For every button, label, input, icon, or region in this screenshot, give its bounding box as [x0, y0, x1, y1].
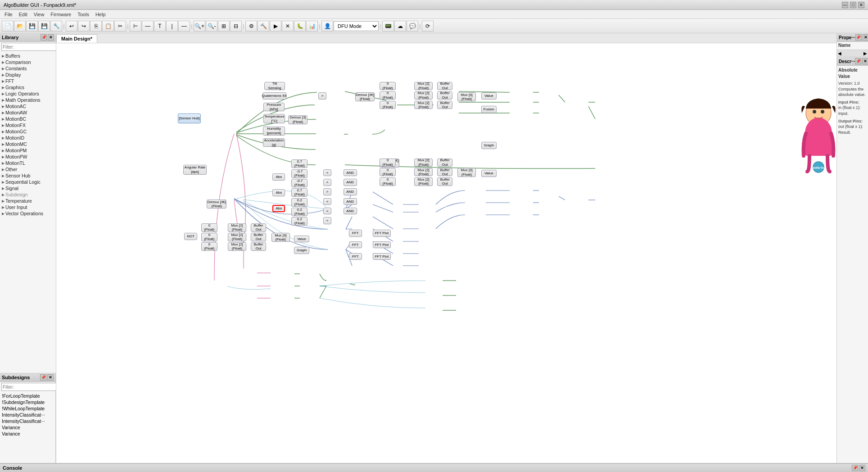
tree-group-motiongc[interactable]: ▶ MotionGC [0, 128, 56, 135]
node-fft_plot1[interactable]: FFT Plot [373, 230, 391, 237]
zoom-reset-btn[interactable]: ⊟ [230, 21, 242, 32]
align-center-btn[interactable]: — [142, 21, 154, 32]
node-f0_m2[interactable]: 0(Float) [380, 168, 396, 177]
tree-group-motionaw[interactable]: ▶ MotionAW [0, 109, 56, 116]
right-collapse-left[interactable]: ◀ [838, 51, 841, 56]
node-f07a[interactable]: 0.7(Float) [291, 159, 307, 168]
node-and3[interactable]: AND [344, 188, 357, 195]
subdesign-item-4[interactable]: IntensityClassificat··· [0, 412, 55, 418]
subdesign-item-2[interactable]: !SubdesignTemplate [0, 399, 55, 405]
node-mux_b3[interactable]: Mux [2](Float) [228, 242, 246, 251]
console-pin-btn[interactable]: 📌 [852, 465, 858, 471]
node-buf_m3[interactable]: BufferOut [437, 177, 452, 186]
node-mux_m1[interactable]: Mux [2](Float) [414, 159, 433, 167]
node-lt4[interactable]: < [323, 208, 331, 215]
library-close-btn[interactable]: ✕ [48, 34, 54, 41]
build-btn[interactable]: 🔨 [258, 21, 269, 32]
save-as-btn[interactable]: 💾 [38, 21, 50, 32]
node-buf_m1[interactable]: BufferOut [437, 159, 452, 167]
node-buf_t3[interactable]: BufferOut [437, 101, 452, 109]
node-fft3[interactable]: FFT [349, 253, 362, 260]
node-tilt[interactable]: TiltSensing [264, 82, 285, 91]
node-buf_t1[interactable]: BufferOut [437, 82, 452, 91]
node-abs1[interactable]: Abs [272, 173, 285, 181]
dfu-mode-select[interactable]: DFU Mode Normal Mode [334, 21, 379, 31]
node-mux_m3[interactable]: Mux [2](Float) [414, 177, 433, 186]
right-collapse-right[interactable]: ▶ [863, 51, 867, 56]
subdesign-item-6[interactable]: Variance [0, 424, 55, 431]
node-f02a[interactable]: 0.2(Float) [291, 198, 307, 207]
node-f0_b2[interactable]: 0(Float) [201, 233, 217, 241]
node-fft_plot3[interactable]: FFT Plot [373, 253, 391, 260]
node-mux_b2[interactable]: Mux [2](Float) [228, 233, 246, 241]
menu-view[interactable]: View [31, 11, 47, 18]
desc-close-btn[interactable]: ✕ [862, 58, 868, 64]
new-btn[interactable]: 📄 [2, 21, 14, 32]
node-mux3_m[interactable]: Mux [3](Float) [457, 168, 476, 177]
save-btn[interactable]: 💾 [26, 21, 38, 32]
node-humidity[interactable]: Humidity[percent] [263, 127, 285, 136]
menu-tools[interactable]: Tools [75, 11, 92, 18]
cloud-btn[interactable]: ☁ [394, 21, 406, 32]
node-fft2[interactable]: FFT [349, 241, 362, 249]
tree-group-motionbc[interactable]: ▶ MotionBC [0, 116, 56, 122]
tree-group-buffers[interactable]: ▶ Buffers [0, 53, 56, 59]
tree-group-motionpw[interactable]: ▶ MotionPW [0, 154, 56, 160]
minimize-btn[interactable]: — [842, 2, 848, 8]
node-graph_b[interactable]: Graph [294, 247, 309, 254]
subdesign-item-5[interactable]: IntensityClassificat··· [0, 418, 55, 424]
tree-group-motionfx[interactable]: ▶ MotionFX [0, 122, 56, 128]
node-demux_top[interactable]: Demux [3€](Float) [355, 92, 375, 101]
node-f0_m3[interactable]: 0(Float) [380, 177, 396, 186]
tree-group-fft[interactable]: ▶ FFT [0, 78, 56, 84]
open-btn[interactable]: 📂 [14, 21, 26, 32]
node-f07d[interactable]: 0.7(Float) [291, 188, 307, 197]
maximize-btn[interactable]: □ [850, 2, 856, 8]
node-demux_t[interactable]: Demux [3](Float) [288, 115, 307, 124]
node-f0_t2[interactable]: 0(Float) [380, 91, 396, 100]
msg-btn[interactable]: 💬 [407, 21, 418, 32]
node-mux_b1[interactable]: Mux [2](Float) [228, 223, 246, 232]
node-angular_rate[interactable]: Angular Rate[dps] [183, 165, 206, 175]
align-left-btn[interactable]: ⊢ [130, 21, 141, 32]
node-f0_t1[interactable]: 0(Float) [380, 82, 396, 91]
node-f02c[interactable]: 0.2(Float) [291, 217, 307, 226]
zoom-fit-btn[interactable]: ⊞ [218, 21, 230, 32]
dash-btn[interactable]: — [178, 21, 190, 32]
node-f0_t3[interactable]: 0(Float) [380, 101, 396, 109]
node-acceleration[interactable]: Acceleration[g] [263, 138, 285, 147]
node-abs2[interactable]: Abs [272, 189, 285, 196]
node-and2[interactable]: AND [344, 179, 357, 186]
menu-firmware[interactable]: Firmware [48, 11, 74, 18]
node-and5[interactable]: AND [344, 208, 357, 215]
node-mux3_b[interactable]: Mux [3](Float) [271, 233, 290, 242]
node-lt1[interactable]: < [323, 169, 331, 177]
node-fft1[interactable]: FFT [349, 230, 362, 237]
node-quaternions[interactable]: Quaternions 9X [262, 92, 286, 100]
tree-group-other[interactable]: ▶ Other [0, 166, 56, 172]
node-fusion[interactable]: Fusion [481, 106, 497, 113]
node-value_t[interactable]: Value [481, 92, 497, 100]
node-f0_b3[interactable]: 0(Float) [201, 242, 217, 251]
tree-group-sequential[interactable]: ▶ Sequential Logic [0, 179, 56, 185]
node-graph_top[interactable]: Graph [481, 142, 497, 149]
tree-group-vector[interactable]: ▶ Vector Operations [0, 210, 56, 217]
copy-btn[interactable]: ⎘ [90, 21, 102, 32]
node-and4[interactable]: AND [344, 198, 357, 205]
tree-group-comparison[interactable]: ▶ Comparison [0, 59, 56, 65]
line-btn[interactable]: | [166, 21, 178, 32]
stop-btn[interactable]: ✕ [282, 21, 294, 32]
tree-group-sensorhub[interactable]: ▶ Sensor Hub [0, 172, 56, 179]
library-pin-btn[interactable]: 📌 [41, 34, 47, 41]
tree-group-graphics[interactable]: ▶ Graphics [0, 84, 56, 91]
subdesigns-pin-btn[interactable]: 📌 [40, 374, 46, 381]
subdesign-item-1[interactable]: !ForLoopTemplate [0, 393, 55, 399]
tree-group-motionid[interactable]: ▶ MotionID [0, 135, 56, 141]
node-f02b[interactable]: 0.2(Float) [291, 208, 307, 216]
props-close-btn[interactable]: ✕ [863, 34, 868, 41]
menu-help[interactable]: Help [93, 11, 108, 18]
node-fn07b[interactable]: -0.7(Float) [291, 169, 307, 178]
node-temperature[interactable]: Temperature[°C] [263, 114, 285, 123]
subdesigns-close-btn[interactable]: ✕ [47, 374, 54, 381]
node-buf_m2[interactable]: BufferOut [437, 168, 452, 177]
